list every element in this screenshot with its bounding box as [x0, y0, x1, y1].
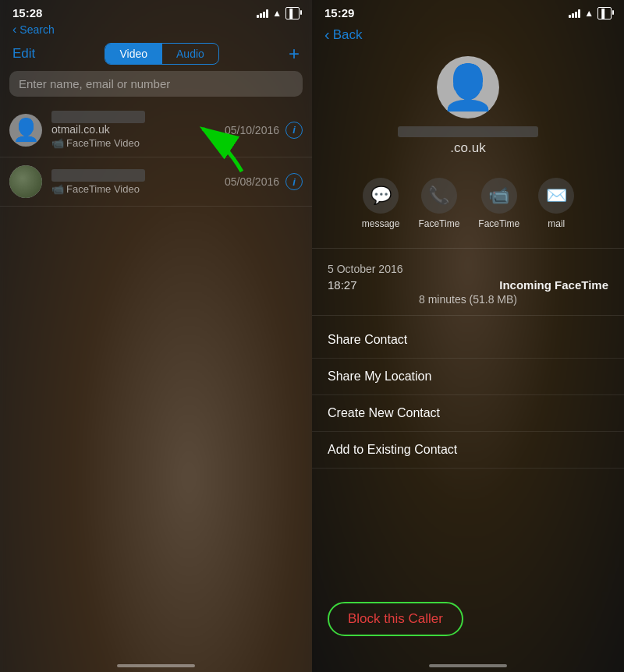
share-location-item[interactable]: Share My Location [312, 359, 624, 395]
toolbar: Edit Video Audio + [0, 40, 312, 71]
call-detail-size: 8 minutes (51.8 MB) [328, 293, 608, 306]
call-date-2: 05/08/2016 i [225, 173, 303, 190]
left-bottom-bar [0, 649, 312, 672]
divider-1 [312, 248, 624, 249]
phone-icon: 📞 [421, 178, 457, 214]
contact-photo-2 [9, 165, 42, 198]
call-detail-type: Incoming FaceTime [499, 278, 608, 292]
left-status-icons: ▲ ▌ [257, 7, 300, 19]
facetime-audio-action[interactable]: 📞 FaceTime [418, 178, 459, 229]
create-contact-item[interactable]: Create New Contact [312, 395, 624, 432]
info-button-1[interactable]: i [285, 122, 303, 139]
date-2: 05/08/2016 [225, 175, 279, 188]
edit-button[interactable]: Edit [12, 46, 35, 62]
home-indicator-left [117, 664, 195, 667]
message-label: message [362, 218, 400, 229]
facetime-video-action[interactable]: 📹 FaceTime [478, 178, 519, 229]
call-name-visible-1: otmail.co.uk [51, 123, 110, 136]
divider-2 [312, 315, 624, 316]
action-row: 💬 message 📞 FaceTime 📹 FaceTime ✉️ mail [312, 168, 624, 242]
avatar-2 [9, 165, 42, 198]
mail-label: mail [548, 218, 565, 229]
search-bar[interactable]: Enter name, email or number [9, 71, 303, 97]
call-sub-1: 📹 FaceTime Video [51, 137, 225, 149]
add-button[interactable]: + [289, 43, 300, 65]
call-sub-2: 📹 FaceTime Video [51, 183, 225, 195]
add-existing-label: Add to Existing Contact [328, 443, 457, 456]
right-status-icons: ▲ ▌ [569, 7, 612, 19]
call-item-2[interactable]: 📹 FaceTime Video 05/08/2016 i [0, 157, 312, 207]
share-location-label: Share My Location [328, 370, 431, 383]
mail-icon: ✉️ [538, 178, 574, 214]
message-icon: 💬 [363, 178, 399, 214]
call-detail-section: 5 October 2016 18:27 Incoming FaceTime 8… [312, 255, 624, 309]
video-icon-2: 📹 [51, 183, 64, 195]
right-bottom-bar [312, 649, 624, 672]
create-contact-label: Create New Contact [328, 406, 440, 419]
share-contact-label: Share Contact [328, 333, 407, 346]
block-caller-label: Block this Caller [348, 611, 443, 626]
profile-avatar: 👤 [437, 56, 499, 118]
call-list: 👤 otmail.co.uk 📹 FaceTime Video 05/10 [0, 103, 312, 649]
name-blurred-2 [51, 169, 145, 182]
audio-tab[interactable]: Audio [162, 44, 218, 64]
call-detail-row: 18:27 Incoming FaceTime [328, 278, 608, 292]
call-info-2: 📹 FaceTime Video [51, 169, 225, 195]
call-detail-time: 18:27 [328, 278, 357, 292]
contact-name-blurred [398, 126, 538, 137]
facetime-video-label: FaceTime [478, 218, 519, 229]
wifi-icon: ▲ [272, 8, 282, 19]
left-status-bar: 15:28 ▲ ▌ [0, 0, 312, 21]
message-action[interactable]: 💬 message [362, 178, 400, 229]
video-tab[interactable]: Video [105, 44, 161, 64]
add-existing-item[interactable]: Add to Existing Contact [312, 432, 624, 469]
info-button-2[interactable]: i [285, 173, 303, 190]
facetime-label-2: FaceTime Video [66, 183, 140, 195]
avatar-1: 👤 [9, 114, 42, 147]
facetime-audio-label: FaceTime [418, 218, 459, 229]
profile-person-icon: 👤 [441, 62, 495, 113]
call-item-1[interactable]: 👤 otmail.co.uk 📹 FaceTime Video 05/10 [0, 103, 312, 157]
call-date-1: 05/10/2016 i [225, 122, 303, 139]
menu-items: Share Contact Share My Location Create N… [312, 322, 624, 586]
wifi-icon-right: ▲ [584, 8, 594, 19]
name-blurred-1 [51, 111, 145, 123]
battery-icon: ▌ [285, 7, 300, 19]
call-name-2 [51, 169, 225, 182]
person-icon: 👤 [12, 117, 40, 143]
contact-sub: .co.uk [450, 140, 485, 156]
block-caller-button[interactable]: Block this Caller [328, 602, 463, 636]
search-placeholder: Enter name, email or number [19, 77, 170, 90]
left-panel: 15:28 ▲ ▌ ‹ Search Edit [0, 0, 312, 672]
battery-icon-right: ▌ [597, 7, 612, 19]
block-caller-section: Block this Caller [312, 586, 624, 649]
back-chevron-icon: ‹ [12, 23, 16, 37]
call-name-1 [51, 111, 225, 123]
search-label: Search [20, 23, 54, 36]
share-contact-item[interactable]: Share Contact [312, 322, 624, 359]
right-panel: 15:29 ▲ ▌ ‹ Back � [312, 0, 624, 672]
signal-icon [257, 9, 268, 18]
video-icon-1: 📹 [51, 137, 64, 149]
left-time: 15:28 [12, 6, 42, 19]
mail-action[interactable]: ✉️ mail [538, 178, 574, 229]
home-indicator-right [429, 664, 507, 667]
video-camera-icon: 📹 [481, 178, 517, 214]
right-time: 15:29 [324, 6, 354, 19]
profile-area: 👤 .co.uk [312, 48, 624, 168]
date-1: 05/10/2016 [225, 124, 279, 136]
signal-icon-right [569, 9, 580, 18]
back-button[interactable]: ‹ Back [312, 21, 624, 48]
call-detail-date: 5 October 2016 [328, 263, 608, 275]
segment-control[interactable]: Video Audio [105, 43, 218, 65]
back-search[interactable]: ‹ Search [0, 21, 312, 40]
back-label: Back [333, 27, 363, 43]
right-status-bar: 15:29 ▲ ▌ [312, 0, 624, 21]
call-info-1: otmail.co.uk 📹 FaceTime Video [51, 111, 225, 149]
back-chevron-icon-right: ‹ [324, 26, 330, 44]
facetime-label-1: FaceTime Video [66, 137, 140, 149]
